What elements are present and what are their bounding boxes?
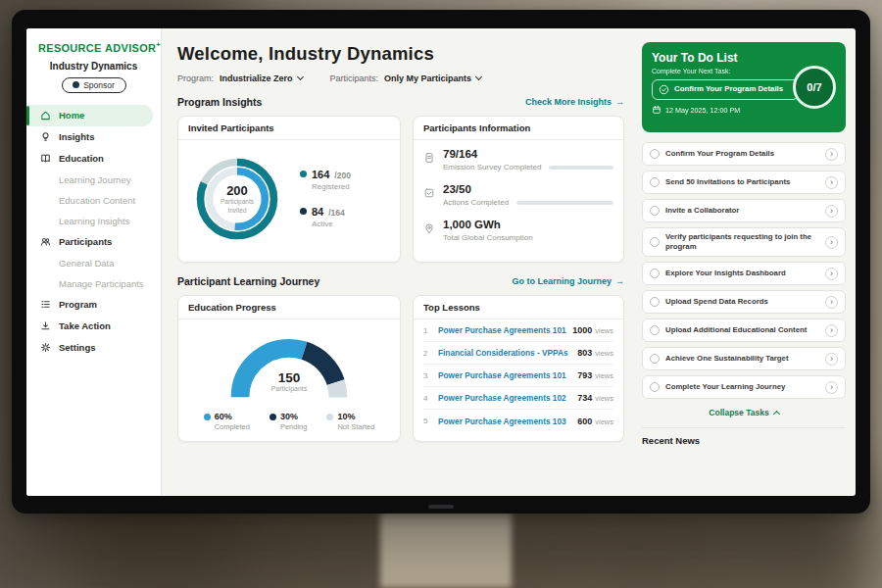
sidebar-item-home[interactable]: Home [26,105,153,126]
sidebar-item-insights[interactable]: Insights [26,126,161,148]
lesson-link[interactable]: Power Purchase Agreements 101 [438,370,577,380]
task-label: Invite a Collaborator [665,206,819,216]
task-checkbox[interactable] [650,325,660,335]
lesson-views-value: 793 [577,370,592,380]
sidebar: RESOURCE ADVISOR+ Industry Dynamics Spon… [26,28,162,496]
chevron-right-icon[interactable]: › [825,236,838,249]
sidebar-item-manage-participants[interactable]: Manage Participants [26,273,161,294]
todo-task[interactable]: Verify participants requesting to join t… [642,227,846,257]
gauge-center-label: Participants [216,385,363,392]
home-icon [40,110,52,121]
chevron-right-icon[interactable]: › [825,296,838,309]
todo-task[interactable]: Confirm Your Program Details › [642,142,846,166]
lesson-rank: 4 [423,394,438,403]
lesson-views: 1000views [572,325,613,335]
task-checkbox[interactable] [650,206,660,216]
donut-center-label: Participants Invited [215,198,260,214]
participants-select[interactable]: Only My Participants [384,74,481,83]
todo-task[interactable]: Send 50 Invitations to Participants › [642,171,846,194]
lesson-rank: 1 [423,326,438,335]
stat-value: 79/164 [443,148,613,160]
sponsor-badge-label: Sponsor [83,80,115,90]
chevron-right-icon[interactable]: › [825,148,838,161]
legend-value: 84 [312,206,323,218]
program-select[interactable]: Industrialize Zero [220,74,303,83]
logo-secondary: ADVISOR [105,42,156,54]
lesson-link[interactable]: Power Purchase Agreements 102 [438,393,577,403]
legend-label: Registered [312,182,351,191]
go-to-learning-journey-link[interactable]: Go to Learning Journey → [512,276,624,286]
legend-item: 10% Not Started [326,412,374,431]
todo-task[interactable]: Upload Additional Educational Content › [642,318,846,342]
task-checkbox[interactable] [650,237,660,247]
sidebar-item-label: Participants [59,236,112,247]
collapse-tasks-label: Collapse Tasks [709,408,768,417]
gauge-legend: 60% Completed 30% Pending 10% Not Starte… [188,412,390,431]
sidebar-item-general-data[interactable]: General Data [26,253,161,273]
legend-dot [300,171,307,177]
insights-icon [40,131,52,142]
chevron-right-icon[interactable]: › [825,205,838,218]
lesson-row: 1 Power Purchase Agreements 101 1000view… [423,319,613,342]
sidebar-item-learning-insights[interactable]: Learning Insights [26,211,161,231]
next-task-box[interactable]: Confirm Your Program Details [652,79,799,100]
sidebar-item-label: Learning Journey [59,174,130,185]
sidebar-item-label: Learning Insights [59,216,129,226]
sidebar-item-take-action[interactable]: Take Action [26,316,161,337]
lesson-views: 803views [577,348,613,358]
todo-task[interactable]: Achieve One Sustainability Target › [642,347,846,370]
recent-news-header: Recent News [642,427,846,446]
chevron-right-icon[interactable]: › [825,268,838,280]
sidebar-item-label: Program [59,299,97,310]
legend-total: /200 [334,171,351,180]
lesson-views-value: 600 [577,416,592,426]
todo-task[interactable]: Complete Your Learning Journey › [642,375,846,399]
progress-bar [516,201,613,205]
legend-total: /164 [328,208,345,218]
check-circle-icon [659,84,669,95]
education-progress-gauge: 150 Participants [216,323,363,414]
legend-label: Pending [280,422,308,431]
task-checkbox[interactable] [650,177,660,187]
check-more-insights-link[interactable]: Check More Insights → [525,97,624,107]
task-checkbox[interactable] [650,297,660,307]
todo-task[interactable]: Invite a Collaborator › [642,199,846,222]
todo-task[interactable]: Explore Your Insights Dashboard › [642,262,846,285]
chevron-right-icon[interactable]: › [825,176,838,189]
task-checkbox[interactable] [650,269,660,278]
legend-dot [326,414,333,420]
sidebar-item-label: Home [59,110,84,121]
participants-information-card: Participants Information 79/164 Emission… [413,116,624,263]
logo-plus: + [156,40,161,49]
collapse-tasks-link[interactable]: Collapse Tasks [642,408,846,417]
sidebar-item-program[interactable]: Program [26,294,161,316]
todo-progress-ring: 0/7 [793,66,836,109]
task-checkbox[interactable] [650,382,660,392]
chevron-right-icon[interactable]: › [825,353,838,366]
chevron-right-icon[interactable]: › [825,324,838,337]
sidebar-item-education[interactable]: Education [26,148,161,170]
lesson-link[interactable]: Power Purchase Agreements 101 [438,325,572,335]
sidebar-item-learning-journey[interactable]: Learning Journey [26,170,161,190]
sidebar-item-education-content[interactable]: Education Content [26,190,161,211]
task-checkbox[interactable] [650,354,660,364]
chevron-right-icon[interactable]: › [825,381,838,394]
sponsor-icon [73,81,79,88]
todo-panel: Your To Do List Complete Your Next Task:… [636,28,856,496]
task-checkbox[interactable] [650,149,660,159]
stat-value: 1,000 GWh [443,219,613,230]
sidebar-item-label: Manage Participants [59,278,144,289]
sidebar-item-settings[interactable]: Settings [26,337,161,359]
screen: RESOURCE ADVISOR+ Industry Dynamics Spon… [26,28,856,496]
stat-label: Actions Completed [443,198,509,207]
lesson-link[interactable]: Financial Considerations - VPPAs [438,348,577,358]
sidebar-item-label: General Data [59,258,115,269]
sidebar-item-participants[interactable]: Participants [26,231,161,253]
lesson-views-value: 803 [577,348,592,358]
section-title: Program Insights [177,96,262,108]
lesson-link[interactable]: Power Purchase Agreements 103 [438,416,577,426]
sponsor-badge[interactable]: Sponsor [62,77,126,93]
todo-progress-value: 0/7 [807,81,821,93]
todo-task[interactable]: Upload Spend Data Records › [642,290,846,314]
legend-item: 30% Pending [270,412,308,431]
